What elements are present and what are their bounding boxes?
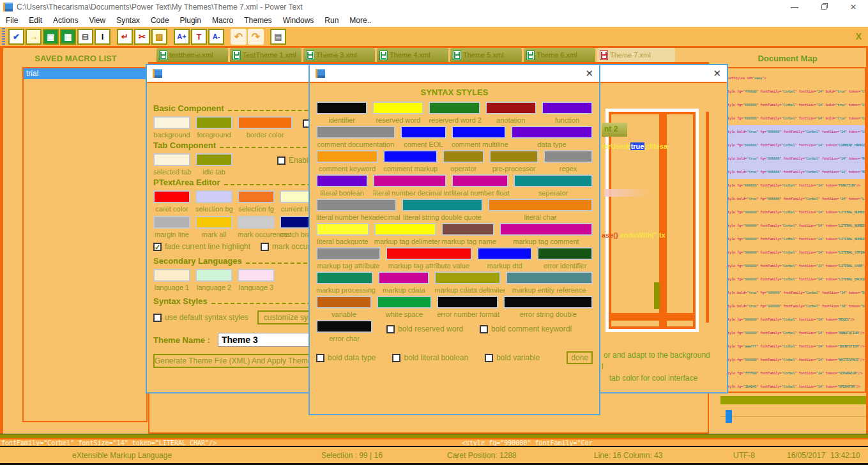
save-all-icon[interactable]: ▦ [60, 29, 76, 45]
menu-file[interactable]: File [6, 16, 18, 25]
tab-theme-6-xml[interactable]: Theme 6.xml [524, 48, 595, 62]
undo-icon[interactable]: ↶ [231, 29, 247, 45]
fade-current-line-checkbox[interactable]: ✓ fade current line highlight [153, 242, 250, 251]
swatch-function[interactable] [542, 102, 593, 114]
swatch-markup-tag-comment[interactable] [499, 223, 593, 236]
bold-literal-boolean-checkbox[interactable]: bold literal boolean [392, 353, 468, 362]
print-icon[interactable]: ⊟ [77, 29, 93, 45]
tab-theme-4-xml[interactable]: Theme 4.xml [377, 48, 448, 62]
swatch-selection-bg[interactable] [195, 190, 232, 203]
done-button[interactable]: done [567, 351, 593, 364]
use-default-syntax-styles-checkbox[interactable]: use default syntax styles [153, 313, 248, 322]
swatch-language-3[interactable] [238, 269, 275, 282]
swatch-margin-line[interactable] [153, 216, 190, 229]
toolbar-close-button[interactable]: X [856, 31, 862, 42]
swatch-border-color[interactable] [238, 116, 293, 129]
toolbar-grip[interactable] [2, 28, 5, 45]
tab-theme-3-xml[interactable]: Theme 3.xml [303, 48, 375, 62]
swatch-anotation[interactable] [485, 102, 537, 114]
open-file-icon[interactable]: → [26, 29, 42, 45]
theme-editor-close-button[interactable]: ✕ [713, 68, 721, 79]
swatch-language-1[interactable] [153, 269, 190, 282]
restore-button[interactable] [809, 0, 839, 14]
swatch-comment-markup[interactable] [383, 150, 438, 163]
menu-themes[interactable]: Themes [244, 16, 271, 25]
editor-scrollbar-strip[interactable] [0, 434, 868, 438]
syntax-styles-titlebar[interactable]: ✕ [310, 65, 599, 83]
bold-variable-checkbox[interactable]: bold variable [485, 353, 540, 362]
swatch-literal-char[interactable] [488, 199, 593, 211]
paste-icon[interactable]: ▨ [151, 29, 167, 45]
menu-run[interactable]: Run [324, 16, 339, 25]
minimize-button[interactable]: — [780, 0, 809, 14]
swatch-white-space[interactable] [377, 296, 432, 309]
menu-syntax[interactable]: Syntax [116, 16, 140, 25]
bold-reserved-word-checkbox[interactable]: bold reserved word [386, 324, 463, 333]
font-decrease-icon[interactable]: A- [208, 29, 224, 45]
swatch-markup-tag-attribute-value[interactable] [386, 247, 472, 260]
swatch-error-string-double[interactable] [503, 296, 593, 309]
notes-icon[interactable]: ▤ [270, 29, 286, 45]
tab-theme-5-xml[interactable]: Theme 5.xml [450, 48, 522, 62]
menu-macro[interactable]: Macro [212, 16, 233, 25]
text-cursor-icon[interactable]: I [95, 29, 110, 45]
swatch-coment-eol[interactable] [400, 126, 446, 139]
swatch-background[interactable] [153, 116, 190, 129]
menu-windows[interactable]: Windows [283, 16, 314, 25]
close-button[interactable]: ✕ [839, 0, 868, 14]
swatch-language-2[interactable] [195, 269, 232, 282]
swatch-error-identifier[interactable] [537, 247, 593, 260]
swatch-error-char[interactable] [316, 320, 372, 333]
swatch-literal-number-hexadecimal[interactable] [316, 199, 397, 211]
swatch-identifier[interactable] [316, 102, 367, 114]
swatch-seperator[interactable] [514, 174, 593, 187]
new-file-icon[interactable]: ✔ [8, 29, 24, 45]
redo-icon[interactable]: ↷ [248, 29, 264, 45]
swatch-literal-number-decimal-int[interactable] [373, 174, 446, 187]
swatch-literal-number-float[interactable] [452, 174, 508, 187]
swatch-foreground[interactable] [195, 116, 232, 129]
tab-testtheme-xml[interactable]: testtheme.xml [156, 48, 228, 62]
swatch-regex[interactable] [544, 150, 593, 163]
swatch-mark-occurence[interactable] [238, 216, 275, 229]
swatch-literal-backquote[interactable] [316, 223, 369, 236]
menu-more[interactable]: More.. [349, 16, 371, 25]
macro-item-trial[interactable]: trial [24, 68, 146, 79]
swatch-markup-tag-name[interactable] [441, 223, 494, 236]
generate-theme-button[interactable]: Generate Theme File (XML) And Apply Them… [153, 354, 311, 368]
font-style-icon[interactable]: T [191, 29, 207, 45]
swatch-comment-keyword[interactable] [316, 150, 378, 163]
menu-plugin[interactable]: Plugin [180, 16, 201, 25]
swatch-operator[interactable] [443, 150, 484, 163]
swatch-markup-processing[interactable] [316, 271, 373, 284]
swatch-literal-string-double-quote[interactable] [402, 199, 482, 211]
swatch-comment-multiline[interactable] [452, 126, 506, 139]
swatch-mark-all[interactable] [195, 216, 232, 229]
swatch-literal-boolean[interactable] [316, 174, 368, 187]
menu-edit[interactable]: Edit [29, 16, 42, 25]
swatch-pre-processor[interactable] [489, 150, 538, 163]
swatch-markup-entity-reference[interactable] [506, 271, 593, 284]
swatch-markup-tag-attribute[interactable] [316, 247, 381, 260]
swatch-data-type[interactable] [511, 126, 593, 139]
swatch-caret-color[interactable] [153, 190, 190, 203]
menu-code[interactable]: Code [151, 16, 169, 25]
swatch-selection-fg[interactable] [238, 190, 275, 203]
swatch-markup-cdata-delimiter[interactable] [434, 271, 500, 284]
cut-icon[interactable]: ✂ [134, 29, 150, 45]
swatch-markup-cdata[interactable] [378, 271, 429, 284]
saved-macro-list[interactable]: trial [22, 67, 148, 422]
swatch-reserverd-word-2[interactable] [429, 102, 480, 114]
document-map-box[interactable]: <textStyles id="easy"><style fg="ff6600"… [720, 67, 866, 393]
swatch-variable[interactable] [316, 296, 372, 309]
swatch-reserved-word[interactable] [372, 102, 423, 114]
swatch-markup-dtd[interactable] [477, 247, 533, 260]
bold-comment-keywordl-checkbox[interactable]: bold comment keywordl [480, 324, 572, 333]
insert-line-icon[interactable]: ↵ [117, 29, 133, 45]
tab-theme-7-xml[interactable]: Theme 7.xml [597, 48, 675, 62]
font-increase-icon[interactable]: A+ [174, 29, 190, 45]
tab-testtheme-1-xml[interactable]: TestTheme 1.xml [230, 48, 301, 62]
document-map-slider-thumb[interactable] [726, 410, 732, 423]
bold-data-type-checkbox[interactable]: bold data type [316, 353, 376, 362]
menu-view[interactable]: View [89, 16, 105, 25]
